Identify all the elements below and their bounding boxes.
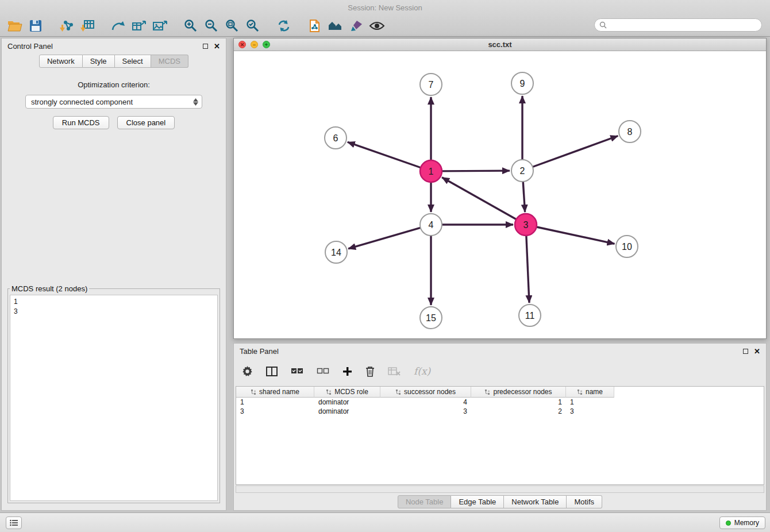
close-panel-icon[interactable]: ✕ [214, 43, 220, 50]
delete-table-icon[interactable] [388, 367, 401, 376]
import-table-file-icon[interactable] [77, 17, 98, 35]
result-line: 1 [14, 297, 214, 307]
show-graphics-details-icon[interactable] [367, 17, 387, 35]
delete-column-icon[interactable] [365, 366, 375, 377]
table-cell: 3 [236, 407, 314, 416]
node-8[interactable]: 8 [619, 121, 641, 142]
node-9[interactable]: 9 [511, 72, 533, 94]
table-row[interactable]: 3dominator323 [236, 407, 764, 416]
table-cell: 3 [566, 407, 614, 416]
node-14[interactable]: 14 [325, 241, 347, 263]
node-label: 1 [429, 167, 434, 176]
network-canvas[interactable]: 7968124314101511 [234, 51, 766, 338]
node-label: 8 [627, 127, 633, 137]
show-columns-icon[interactable] [266, 367, 278, 376]
node-label: 10 [622, 242, 632, 252]
task-history-button[interactable] [6, 516, 22, 529]
tab-select[interactable]: Select [115, 55, 151, 68]
node-3[interactable]: 3 [515, 214, 537, 236]
tab-motifs[interactable]: Motifs [567, 495, 602, 508]
table-cell: dominator [314, 398, 380, 407]
zoom-window-icon[interactable]: + [263, 41, 270, 48]
run-mcds-button[interactable]: Run MCDS [53, 116, 109, 129]
node-label: 6 [333, 133, 338, 143]
add-column-icon[interactable] [342, 367, 352, 376]
mcds-result-box[interactable]: 1 3 [10, 295, 218, 501]
zoom-fit-icon[interactable] [222, 17, 242, 35]
column-header-MCDS-role[interactable]: MCDS role [314, 387, 380, 398]
mcds-result-title: MCDS result (2 nodes) [10, 284, 89, 293]
edge-1-6[interactable] [348, 142, 421, 167]
select-all-icon[interactable] [291, 368, 303, 375]
node-6[interactable]: 6 [325, 127, 346, 149]
control-panel-title: Control Panel [7, 42, 53, 51]
export-table-icon[interactable] [129, 17, 149, 35]
zoom-selected-icon[interactable] [242, 17, 263, 35]
close-window-icon[interactable]: ✕ [238, 41, 246, 48]
node-1[interactable]: 1 [420, 160, 442, 182]
edge-2-8[interactable] [533, 136, 618, 167]
tab-network[interactable]: Network [39, 55, 83, 68]
edge-3-11[interactable] [526, 236, 529, 303]
export-image-icon[interactable] [149, 17, 170, 35]
node-10[interactable]: 10 [616, 236, 638, 257]
zoom-out-icon[interactable] [201, 17, 222, 35]
control-panel-tabs: Network Style Select MCDS [2, 55, 226, 68]
edge-3-10[interactable] [537, 227, 615, 244]
node-4[interactable]: 4 [420, 214, 442, 236]
style-paint-icon[interactable] [346, 17, 367, 35]
criterion-dropdown[interactable]: strongly connected component [25, 95, 202, 109]
node-7[interactable]: 7 [420, 74, 442, 95]
column-header-label: MCDS role [334, 388, 368, 396]
table-cell: dominator [314, 407, 380, 416]
network-overview-icon[interactable] [325, 17, 346, 35]
save-session-icon[interactable] [25, 17, 46, 35]
edge-3-1[interactable] [442, 178, 516, 219]
table-horizontal-scrollbar[interactable] [236, 485, 764, 493]
close-table-panel-icon[interactable]: ✕ [754, 348, 760, 355]
close-panel-button[interactable]: Close panel [117, 116, 175, 129]
column-header-predecessor-nodes[interactable]: predecessor nodes [471, 387, 566, 398]
network-from-document-icon[interactable] [305, 17, 325, 35]
network-window-title: scc.txt [488, 40, 511, 49]
node-15[interactable]: 15 [420, 307, 442, 329]
column-header-shared-name[interactable]: shared name [236, 387, 314, 398]
tab-edge-table[interactable]: Edge Table [451, 495, 504, 508]
open-session-icon[interactable] [5, 17, 25, 35]
column-header-label: name [586, 388, 603, 396]
search-field[interactable] [594, 18, 762, 32]
memory-button[interactable]: Memory [719, 516, 765, 529]
optimization-criterion-label: Optimization criterion: [2, 80, 226, 89]
table-settings-gear-icon[interactable] [242, 366, 253, 377]
node-label: 15 [426, 313, 436, 323]
node-2[interactable]: 2 [511, 160, 533, 182]
column-header-label: shared name [259, 388, 299, 396]
minimize-window-icon[interactable]: − [251, 41, 258, 48]
first-neighbors-icon[interactable] [108, 17, 129, 35]
column-header-successor-nodes[interactable]: successor nodes [380, 387, 471, 398]
float-panel-icon[interactable] [203, 44, 208, 49]
table-row[interactable]: 1dominator411 [236, 398, 764, 407]
column-header-name[interactable]: name [566, 387, 614, 398]
tab-style[interactable]: Style [83, 55, 115, 68]
float-table-panel-icon[interactable] [743, 349, 748, 354]
import-network-file-icon[interactable] [56, 17, 77, 35]
node-11[interactable]: 11 [519, 304, 541, 326]
refresh-icon[interactable] [274, 17, 294, 35]
result-line: 3 [14, 307, 214, 317]
tab-network-table[interactable]: Network Table [504, 495, 567, 508]
memory-button-label: Memory [734, 519, 759, 527]
zoom-in-icon[interactable] [180, 17, 201, 35]
function-builder-icon[interactable]: f(x) [414, 365, 430, 377]
table-cell: 1 [236, 398, 314, 407]
memory-status-icon [726, 521, 731, 526]
edge-4-14[interactable] [348, 228, 421, 249]
table-cell: 3 [380, 407, 471, 416]
table-tabs: Node Table Edge Table Network Table Moti… [234, 495, 766, 508]
edge-1-2[interactable] [442, 171, 510, 171]
tab-mcds[interactable]: MCDS [151, 55, 188, 68]
search-input[interactable] [610, 21, 757, 29]
deselect-all-icon[interactable] [317, 368, 329, 375]
tab-node-table[interactable]: Node Table [398, 495, 452, 508]
edge-2-3[interactable] [523, 182, 525, 212]
